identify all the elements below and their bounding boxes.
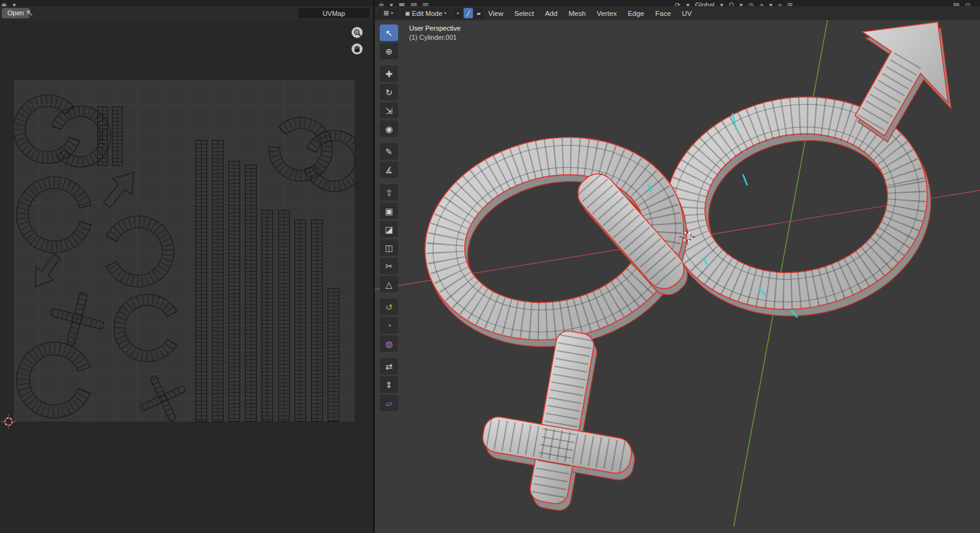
vp-strip-icons: ✛▾▦▤▥ [379, 1, 429, 6]
uv-island-strip[interactable] [195, 140, 207, 422]
strip-far-right: ▤⊙ [953, 1, 971, 6]
uv-island-strip[interactable] [328, 288, 339, 422]
uv-island-strip[interactable] [311, 220, 323, 422]
uv-island-ring[interactable] [114, 294, 177, 362]
viewport-toolbar: ↖⊕✚↻⇲◉✎∡⇧▣◪◫✂△↺◔◍⇄⇕▱ [380, 24, 398, 411]
uv-island-ring[interactable] [106, 216, 174, 287]
menu-view[interactable]: View [483, 10, 509, 17]
tool-shrink-fatten[interactable]: ⇕ [380, 376, 398, 393]
viewport-menubar: ViewSelectAddMeshVertexEdgeFaceUV [483, 6, 697, 20]
face-select-button[interactable]: ▰ [474, 8, 483, 18]
uv-canvas[interactable] [13, 80, 355, 422]
uv-island-strip[interactable] [228, 161, 240, 422]
uv-island-arrow[interactable] [26, 250, 66, 293]
uv-island-ring[interactable] [17, 177, 91, 253]
tool-select-box[interactable]: ↖ [380, 24, 398, 41]
loop-cut-icon: ◫ [385, 243, 393, 253]
tool-cursor[interactable]: ⊕ [380, 43, 398, 59]
viewport-body[interactable]: User Perspective (1) Cylinder.001 ↖⊕✚↻⇲◉… [375, 20, 980, 533]
female-symbol-cross[interactable] [473, 319, 650, 515]
uv-island-strip[interactable] [262, 210, 273, 422]
uv-island-strip[interactable] [278, 210, 290, 422]
tool-spin[interactable]: ↺ [380, 299, 398, 315]
menu-add[interactable]: Add [540, 10, 563, 17]
scale-icon: ⇲ [385, 106, 393, 116]
strip-right-pre: ⟳▾ [675, 1, 690, 6]
tool-sphere-project[interactable]: ◔ [380, 317, 398, 334]
strip-icon[interactable]: ◉ [1, 1, 7, 6]
strip-icon[interactable]: ▾ [13, 1, 17, 6]
tool-edge-slide[interactable]: ⇄ [380, 358, 398, 375]
editor-type-button[interactable]: ⊞ ▾ [378, 8, 399, 18]
extrude-region-icon: ⇧ [385, 188, 393, 198]
strip-icon[interactable]: ▥ [423, 1, 429, 6]
pan-button[interactable] [352, 43, 363, 54]
orientation-label[interactable]: Global [695, 1, 715, 6]
strip-icon[interactable]: ▾ [739, 1, 743, 6]
tool-scale[interactable]: ⇲ [380, 102, 398, 119]
select-mode-group: •╱▰ [453, 8, 483, 18]
uv-island-ring[interactable] [269, 117, 333, 181]
strip-icon[interactable]: ▾ [769, 1, 773, 6]
strip-icon[interactable]: ⊞ [787, 1, 793, 6]
tool-poly-build[interactable]: △ [380, 276, 398, 293]
tool-transform[interactable]: ◉ [380, 121, 398, 137]
shear-icon: ▱ [386, 398, 393, 408]
poly-build-icon: △ [386, 280, 393, 289]
uv-island-ring[interactable] [17, 342, 90, 418]
strip-icon[interactable]: ▾ [390, 1, 393, 6]
tool-bevel[interactable]: ◪ [380, 221, 398, 237]
menu-edge[interactable]: Edge [622, 10, 650, 17]
tool-move[interactable]: ✚ [380, 65, 398, 82]
viewport-canvas[interactable] [375, 20, 980, 533]
uv-island-cross[interactable] [43, 285, 111, 352]
edge-select-button[interactable]: ╱ [464, 8, 473, 18]
chevron-down-icon: ▾ [391, 10, 393, 16]
strip-icon[interactable]: ▦ [399, 1, 405, 6]
uv-island-strip[interactable] [212, 140, 224, 422]
tool-extrude-region[interactable]: ⇧ [380, 184, 398, 201]
menu-face[interactable]: Face [650, 10, 677, 17]
strip-icon[interactable]: ▤ [410, 1, 417, 6]
uv-island-strip[interactable] [245, 165, 257, 422]
menu-select[interactable]: Select [509, 10, 540, 17]
strip-icon[interactable]: ▤ [953, 1, 959, 6]
strip-icon[interactable]: ✛ [379, 1, 384, 6]
strip-icon[interactable]: Ω [729, 1, 734, 6]
strip-icon[interactable]: ⟳ [675, 1, 680, 6]
tool-rotate[interactable]: ↻ [380, 84, 398, 100]
uv-island-strip[interactable] [112, 106, 123, 166]
editor-divider[interactable] [373, 0, 375, 533]
tool-loop-cut[interactable]: ◫ [380, 239, 398, 256]
tool-measure[interactable]: ∡ [380, 162, 398, 178]
pin-icon[interactable] [26, 9, 33, 17]
sphere-project-icon: ◔ [386, 321, 391, 330]
tool-annotate[interactable]: ✎ [380, 143, 398, 160]
tool-smooth[interactable]: ◍ [380, 335, 398, 352]
uv-island-strip[interactable] [97, 106, 108, 166]
menu-vertex[interactable]: Vertex [591, 10, 622, 17]
strip-icon[interactable]: ◎ [748, 1, 755, 6]
uv-island-cross[interactable] [130, 366, 195, 423]
strip-icon[interactable]: ⌖ [760, 1, 763, 6]
strip-icon[interactable]: ≈ [778, 1, 782, 6]
move-icon: ✚ [385, 69, 393, 79]
uv-island-arrow[interactable] [97, 165, 144, 214]
tool-knife[interactable]: ✂ [380, 258, 398, 274]
strip-icon[interactable]: ▾ [720, 1, 724, 6]
mode-dropdown[interactable]: ▣ Edit Mode ▾ [401, 8, 450, 18]
strip-icon[interactable]: ⊙ [965, 1, 970, 6]
uv-island-ring[interactable] [14, 95, 80, 163]
uv-editor-body[interactable] [0, 20, 373, 533]
uvmap-field[interactable]: UVMap [298, 8, 369, 18]
uv-island-strip[interactable] [295, 220, 306, 422]
menu-mesh[interactable]: Mesh [563, 10, 591, 17]
vertex-select-button[interactable]: • [453, 8, 462, 18]
chevron-down-icon: ▾ [444, 10, 447, 16]
tool-shear[interactable]: ▱ [380, 395, 398, 411]
menu-uv[interactable]: UV [676, 10, 697, 17]
strip-icon[interactable]: ▾ [686, 1, 690, 6]
tool-inset-faces[interactable]: ▣ [380, 203, 398, 219]
strip-right-post: ▾Ω▾◎⌖▾≈⊞ [720, 1, 793, 6]
zoom-button[interactable] [352, 27, 363, 38]
